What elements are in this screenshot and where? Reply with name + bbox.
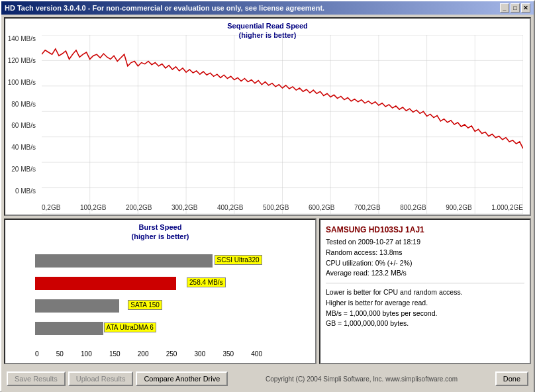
burst-x-100: 100 xyxy=(81,350,92,358)
burst-x-350: 350 xyxy=(222,350,234,358)
x-label-200: 200,2GB xyxy=(126,204,152,211)
main-content: Sequential Read Speed (higher is better)… xyxy=(1,15,534,392)
burst-bar-row-3: SATA 150 xyxy=(35,295,262,317)
burst-x-axis: 0 50 100 150 200 250 300 350 400 xyxy=(35,350,262,358)
y-label-140: 140 MB/s xyxy=(8,35,36,42)
compare-button[interactable]: Compare Another Drive xyxy=(136,371,228,386)
main-window: HD Tach version 3.0.4.0 - For non-commer… xyxy=(0,0,535,392)
toolbar-left: Save Results Upload Results Compare Anot… xyxy=(7,371,228,386)
upload-button[interactable]: Upload Results xyxy=(68,371,134,386)
x-label-800: 800,2GB xyxy=(400,204,426,211)
x-label-700: 700,2GB xyxy=(354,204,380,211)
burst-x-250: 250 xyxy=(166,350,177,358)
window-title: HD Tach version 3.0.4.0 - For non-commer… xyxy=(5,4,324,12)
copyright-text: Copyright (C) 2004 Simpli Software, Inc.… xyxy=(228,375,495,383)
burst-x-50: 50 xyxy=(56,350,64,358)
burst-bar-label-ata: ATA UltraDMA 6 xyxy=(104,322,156,332)
y-label-100: 100 MB/s xyxy=(8,79,36,86)
x-label-500: 500,2GB xyxy=(263,204,289,211)
save-button[interactable]: Save Results xyxy=(7,371,66,386)
toolbar: Save Results Upload Results Compare Anot… xyxy=(4,367,531,391)
info-note-1: Higher is better for average read. xyxy=(326,298,524,309)
x-label-400: 400,2GB xyxy=(217,204,243,211)
burst-x-300: 300 xyxy=(195,350,206,358)
burst-bar-scsi: SCSI Ultra320 xyxy=(35,254,213,268)
burst-bar-current: 258.4 MB/s xyxy=(35,277,176,290)
y-label-120: 120 MB/s xyxy=(8,57,36,64)
burst-bar-label-current: 258.4 MB/s xyxy=(187,277,226,287)
info-panel: SAMSUNG HD103SJ 1AJ1 Tested on 2009-10-2… xyxy=(319,219,531,364)
y-label-0: 0 MB/s xyxy=(15,187,36,195)
info-note-0: Lower is better for CPU and random acces… xyxy=(326,287,524,298)
burst-bar-label-sata150: SATA 150 xyxy=(128,300,162,310)
burst-bar-ata: ATA UltraDMA 6 xyxy=(35,322,103,335)
x-label-900: 900,2GB xyxy=(446,204,471,211)
info-line-3: Average read: 123.2 MB/s xyxy=(326,268,524,279)
close-button[interactable]: ✕ xyxy=(521,3,530,13)
burst-x-150: 150 xyxy=(109,350,121,358)
info-notes: Lower is better for CPU and random acces… xyxy=(326,287,524,329)
sequential-chart-svg xyxy=(42,35,523,214)
y-label-40: 40 MB/s xyxy=(11,144,36,151)
info-title: SAMSUNG HD103SJ 1AJ1 xyxy=(326,225,524,234)
x-label-1000: 1.000,2GE xyxy=(491,204,523,211)
done-button[interactable]: Done xyxy=(495,371,528,386)
info-line-0: Tested on 2009-10-27 at 18:19 xyxy=(326,237,524,248)
info-note-3: GB = 1,000,000,000 bytes. xyxy=(326,318,524,329)
burst-chart-title: Burst Speed (higher is better) xyxy=(5,222,315,242)
minimize-button[interactable]: _ xyxy=(500,3,509,13)
info-lines: Tested on 2009-10-27 at 18:19 Random acc… xyxy=(326,237,524,279)
x-axis: 0,2GB 100,2GB 200,2GB 300,2GB 400,2GB 50… xyxy=(42,204,523,211)
bottom-section: Burst Speed (higher is better) SCSI Ultr… xyxy=(4,219,531,364)
x-label-100: 100,2GB xyxy=(80,204,106,211)
burst-x-0: 0 xyxy=(35,350,39,358)
y-label-60: 60 MB/s xyxy=(11,122,36,129)
info-note-2: MB/s = 1,000,000 bytes per second. xyxy=(326,309,524,319)
burst-bar-label-scsi: SCSI Ultra320 xyxy=(215,255,262,265)
burst-x-200: 200 xyxy=(138,350,149,358)
maximize-button[interactable]: □ xyxy=(511,3,520,13)
x-label-300: 300,2GB xyxy=(171,204,197,211)
sequential-chart: Sequential Read Speed (higher is better)… xyxy=(4,17,531,216)
title-bar: HD Tach version 3.0.4.0 - For non-commer… xyxy=(1,1,534,15)
burst-bar-row-2: 258.4 MB/s xyxy=(35,272,262,295)
info-line-1: Random access: 13.8ms xyxy=(326,248,524,258)
x-label-0: 0,2GB xyxy=(42,204,60,211)
x-label-600: 600,2GB xyxy=(309,204,334,211)
info-line-2: CPU utilization: 0% (+/- 2%) xyxy=(326,258,524,269)
info-separator xyxy=(326,283,524,283)
burst-bar-row-4: ATA UltraDMA 6 xyxy=(35,317,262,340)
burst-x-400: 400 xyxy=(251,350,262,358)
title-bar-buttons: _ □ ✕ xyxy=(500,3,530,13)
y-label-20: 20 MB/s xyxy=(11,166,36,173)
burst-chart-container: Burst Speed (higher is better) SCSI Ultr… xyxy=(4,219,316,364)
burst-bar-sata150: SATA 150 xyxy=(35,299,119,313)
burst-bars-area: SCSI Ultra320 258.4 MB/s SATA 150 xyxy=(35,250,262,340)
burst-bar-row-1: SCSI Ultra320 xyxy=(35,250,262,272)
y-label-80: 80 MB/s xyxy=(11,101,36,108)
y-axis: 140 MB/s 120 MB/s 100 MB/s 80 MB/s 60 MB… xyxy=(5,35,38,195)
